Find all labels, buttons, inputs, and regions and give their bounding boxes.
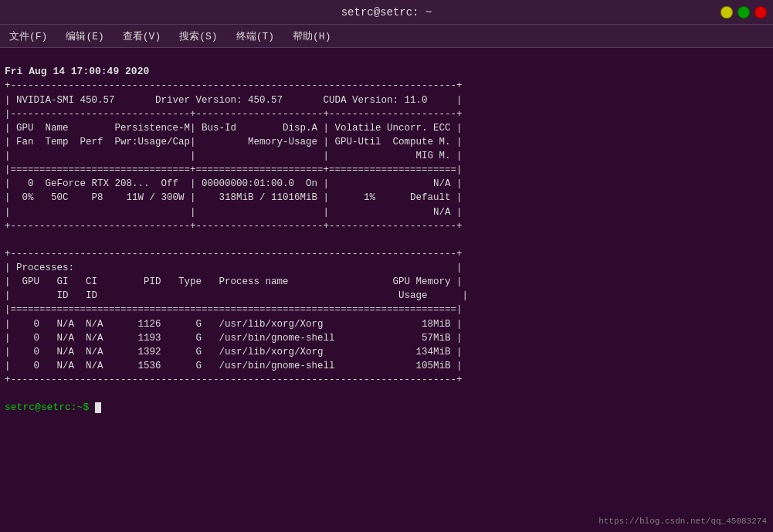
smi-line: | Fan Temp Perf Pwr:Usage/Cap| Memory-Us… [5,135,768,149]
smi-line: | 0 GeForce RTX 208... Off | 00000000:01… [5,177,768,191]
menubar: 文件(F)编辑(E)查看(V)搜索(S)终端(T)帮助(H) [0,25,773,48]
terminal[interactable]: Fri Aug 14 17:00:49 2020 +--------------… [0,48,773,532]
smi-line: | 0 N/A N/A 1126 G /usr/lib/xorg/Xorg 18… [5,317,768,331]
smi-line: | 0% 50C P8 11W / 300W | 318MiB / 11016M… [5,191,768,205]
window-title: setrc@setrc: ~ [53,6,720,19]
menu-item[interactable]: 帮助(H) [290,28,334,45]
maximize-button[interactable] [737,6,750,19]
smi-line: +-------------------------------+-------… [5,219,768,233]
smi-line: | | | MIG M. | [5,149,768,163]
cursor [95,402,101,413]
menu-item[interactable]: 终端(T) [233,28,277,45]
smi-line: |=======================================… [5,303,768,317]
smi-line: +---------------------------------------… [5,247,768,261]
minimize-button[interactable] [720,6,733,19]
titlebar: setrc@setrc: ~ [0,0,773,25]
smi-line: | 0 N/A N/A 1536 G /usr/bin/gnome-shell … [5,359,768,373]
timestamp-line: Fri Aug 14 17:00:49 2020 [5,66,149,77]
window-controls[interactable] [720,6,767,19]
smi-line: | ID ID Usage | [5,289,768,303]
smi-line: | 0 N/A N/A 1392 G /usr/lib/xorg/Xorg 13… [5,345,768,359]
prompt-line: setrc@setrc:~$ [5,402,101,413]
url-label: https://blog.csdn.net/qq_45083274 [598,517,767,526]
smi-line: +---------------------------------------… [5,373,768,387]
smi-line: | | | N/A | [5,205,768,219]
smi-output: +---------------------------------------… [5,79,768,387]
prompt-user: setrc@setrc:~$ [5,402,95,413]
smi-line [5,233,768,247]
smi-line: |-------------------------------+-------… [5,107,768,121]
smi-line: +---------------------------------------… [5,79,768,93]
smi-line: | GPU GI CI PID Type Process name GPU Me… [5,275,768,289]
menu-item[interactable]: 文件(F) [6,28,50,45]
smi-line: | GPU Name Persistence-M| Bus-Id Disp.A … [5,121,768,135]
menu-item[interactable]: 搜索(S) [176,28,220,45]
smi-line: | 0 N/A N/A 1193 G /usr/bin/gnome-shell … [5,331,768,345]
smi-line: | NVIDIA-SMI 450.57 Driver Version: 450.… [5,93,768,107]
smi-line: | Processes: | [5,261,768,275]
menu-item[interactable]: 编辑(E) [63,28,107,45]
menu-item[interactable]: 查看(V) [120,28,164,45]
smi-line: |===============================+=======… [5,163,768,177]
close-button[interactable] [754,6,767,19]
